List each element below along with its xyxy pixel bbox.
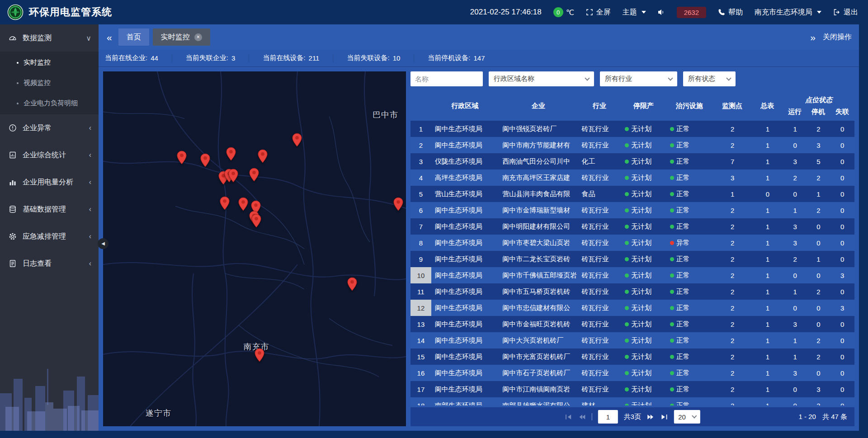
map-pin[interactable] <box>292 133 302 147</box>
sidebar-section-1[interactable]: 企业异常‹ <box>0 114 99 141</box>
close-icon[interactable]: × <box>194 33 202 41</box>
map-pin[interactable] <box>251 214 262 228</box>
row-index-cell: 12 <box>410 300 431 316</box>
table-row[interactable]: 9阆中生态环境局阆中市二龙长宝页岩砖砖瓦行业无计划正常21210 <box>410 251 854 267</box>
sidebar-section-6[interactable]: 日志查看‹ <box>0 250 99 277</box>
map-pin[interactable] <box>258 149 268 163</box>
table-row[interactable]: 16阆中生态环境局阆中市石子页岩机砖厂砖瓦行业无计划正常21300 <box>410 365 854 381</box>
table-row[interactable]: 17阆中生态环境局阆中市江南镇阆南页岩砖瓦行业无计划正常21030 <box>410 381 854 397</box>
industry-cell: 建材 <box>578 397 622 405</box>
map-pin[interactable] <box>347 277 358 291</box>
app-window: 环保用电监管系统 2021-02-25 17:46:18 0 ℃ 全屏 主题 2… <box>0 0 868 438</box>
tabs-scroll-left-icon[interactable]: « <box>106 33 113 42</box>
table-row[interactable]: 11阆中生态环境局阆中市五马桥页岩机砖砖瓦行业无计划正常21120 <box>410 283 854 300</box>
map-collapse-button[interactable]: ◀ <box>98 238 108 249</box>
row-index-cell: 18 <box>410 397 431 405</box>
meters-cell: 1 <box>752 153 783 170</box>
fullscreen-label: 全屏 <box>596 8 611 17</box>
tabs-scroll-right-icon[interactable]: » <box>809 33 816 42</box>
stat-item: 当前失联企业:3 <box>186 54 250 62</box>
map[interactable]: 巴中市南充市遂宁市 ◀ <box>103 71 406 426</box>
map-pin[interactable] <box>393 197 403 211</box>
table-row[interactable]: 2阆中生态环境局阆中市南方节能建材有砖瓦行业无计划正常21030 <box>410 137 854 153</box>
stop-cell: 3 <box>807 381 830 397</box>
region-cell: 高坪生态环境局 <box>431 170 499 186</box>
theme-dropdown[interactable]: 主题 <box>623 8 646 17</box>
table-row[interactable]: 6阆中生态环境局阆中市金博瑞新型墙材砖瓦行业无计划正常21120 <box>410 202 854 218</box>
sidebar-item-2[interactable]: 企业电力负荷明细 <box>0 93 99 113</box>
company-cell: 阆中市金博瑞新型墙材 <box>499 202 578 218</box>
status-dot-icon <box>670 290 674 294</box>
facility-status-cell: 异常 <box>666 235 713 251</box>
sidebar-section-5[interactable]: 应急减排管理‹ <box>0 223 99 250</box>
sound-button[interactable] <box>658 9 665 16</box>
industry-filter-select[interactable]: 所有行业 <box>600 71 677 86</box>
first-page-button[interactable] <box>565 413 572 421</box>
status-dot-icon <box>670 241 674 245</box>
lost-cell: 0 <box>830 251 854 267</box>
limit-status-text: 无计划 <box>631 385 651 394</box>
table-row[interactable]: 12阆中生态环境局阆中市忠信建材有限公砖瓦行业无计划正常21003 <box>410 300 854 316</box>
table-row[interactable]: 1阆中生态环境局阆中强锐页岩砖厂砖瓦行业无计划正常21120 <box>410 121 854 137</box>
row-index-cell: 9 <box>410 251 431 267</box>
chevron-left-icon: ‹ <box>89 259 91 268</box>
table-row[interactable]: 4高坪生态环境局南充市高坪区王家店建砖瓦行业无计划正常31220 <box>410 170 854 186</box>
fullscreen-button[interactable]: 全屏 <box>586 8 611 17</box>
run-cell: 1 <box>783 121 807 137</box>
map-pin[interactable] <box>226 147 236 161</box>
run-cell: 0 <box>783 186 807 202</box>
next-page-button[interactable] <box>647 413 655 421</box>
meters-cell: 1 <box>752 267 783 283</box>
company-cell: 阆中市忠信建材有限公 <box>499 300 578 316</box>
company-cell: 阆中市江南镇阆南页岩 <box>499 381 578 397</box>
table-row[interactable]: 3仪陇生态环境局西南油气田分公司川中化工无计划正常71350 <box>410 153 854 170</box>
map-pin[interactable] <box>177 151 187 165</box>
close-operations-button[interactable]: 关闭操作 <box>823 33 852 42</box>
stat-label: 当前失联设备: <box>347 54 389 62</box>
limit-status-text: 无计划 <box>631 353 651 361</box>
org-dropdown[interactable]: 南充市生态环境局 <box>755 8 821 17</box>
points-cell: 2 <box>713 202 752 218</box>
skyline-decoration <box>0 352 99 431</box>
sidebar-section-4[interactable]: 基础数据管理‹ <box>0 196 99 223</box>
table-row[interactable]: 5营山生态环境局营山县润丰肉食品有限食品无计划正常10010 <box>410 186 854 202</box>
page-number-input[interactable] <box>598 410 618 424</box>
map-pin[interactable] <box>220 196 230 210</box>
last-page-button[interactable] <box>660 413 668 421</box>
stop-cell: 0 <box>807 218 830 235</box>
region-filter-select[interactable]: 行政区域名称 <box>489 71 594 86</box>
map-pin[interactable] <box>228 169 239 183</box>
sidebar-section-3[interactable]: 企业用电量分析‹ <box>0 169 99 196</box>
sidebar-section-0[interactable]: 数据监测∨ <box>0 24 99 52</box>
map-pin[interactable] <box>254 348 264 362</box>
page-size-select[interactable]: 20 <box>674 410 700 424</box>
prev-page-button[interactable] <box>578 413 586 421</box>
tab-0[interactable]: 首页 <box>118 28 149 46</box>
map-pin[interactable] <box>200 153 211 167</box>
table-row[interactable]: 13阆中生态环境局阆中市金福旺页岩机砖砖瓦行业无计划正常21300 <box>410 316 854 332</box>
sidebar-item-1[interactable]: 视频监控 <box>0 73 99 93</box>
table-row[interactable]: 15阆中生态环境局阆中市光富页岩机砖厂砖瓦行业无计划正常21120 <box>410 349 854 365</box>
table-row[interactable]: 14阆中生态环境局阆中大兴页岩机砖厂砖瓦行业无计划正常21120 <box>410 332 854 349</box>
sidebar-section-2[interactable]: 企业综合统计‹ <box>0 141 99 169</box>
alert-count-badge[interactable]: 2632 <box>677 7 706 18</box>
row-index-cell: 4 <box>410 170 431 186</box>
table-row[interactable]: 7阆中生态环境局阆中明阳建材有限公司砖瓦行业无计划正常21300 <box>410 218 854 235</box>
temperature-unit: ℃ <box>566 8 574 17</box>
industry-cell: 砖瓦行业 <box>578 267 622 283</box>
run-cell: 1 <box>783 202 807 218</box>
stop-cell: 2 <box>807 349 830 365</box>
name-filter-input[interactable] <box>410 71 483 86</box>
region-cell: 阆中生态环境局 <box>431 300 499 316</box>
table-row[interactable]: 10阆中生态环境局阆中市千佛镇五郎垭页岩砖瓦行业无计划正常21003 <box>410 267 854 283</box>
sidebar-item-0[interactable]: 实时监控 <box>0 52 99 73</box>
row-index-cell: 15 <box>410 349 431 365</box>
tab-1[interactable]: 实时监控× <box>153 28 210 46</box>
help-button[interactable]: 帮助 <box>718 8 743 17</box>
map-pin[interactable] <box>249 168 259 182</box>
table-row[interactable]: 8阆中生态环境局阆中市枣碧大梁山页岩砖瓦行业无计划异常21300 <box>410 235 854 251</box>
table-row[interactable]: 18南部生态环境局南部县雄狮水泥有限公建材无计划正常21030 <box>410 397 854 405</box>
map-pin[interactable] <box>238 197 249 211</box>
status-filter-select[interactable]: 所有状态 <box>683 71 736 86</box>
logout-button[interactable]: 退出 <box>833 8 858 17</box>
